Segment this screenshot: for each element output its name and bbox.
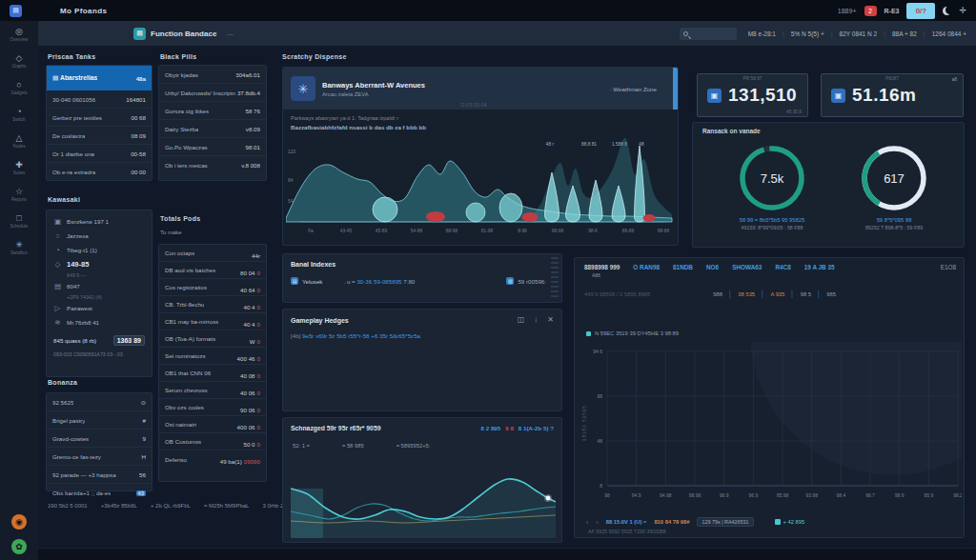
toolbar-control-4[interactable]: 1264 0844 + (932, 30, 966, 37)
row-value: 08 09 (132, 132, 146, 139)
next-page-button[interactable]: › (596, 519, 598, 526)
kawasaki-item[interactable]: ≋Mr.76zb8 41 (47, 315, 152, 330)
kawasaki-item[interactable]: ▷Pazawest (47, 301, 152, 315)
totals-pods-row[interactable]: Set nominatozs400 460 (159, 348, 266, 365)
stat-card-1[interactable]: PR 58 87 ▣ 131,510 45 35 8 (697, 73, 808, 117)
priscaa-row[interactable]: Gerbez pre textiles00 68 (47, 109, 152, 127)
index-icon[interactable]: ▤ (291, 277, 298, 285)
totals-pods-row[interactable]: CB1 may ba-mirross40 40 (159, 313, 266, 330)
svg-text:88-98: 88-98 (446, 229, 458, 233)
tab-function-bandace[interactable]: ▤ Function Bandace — (133, 28, 234, 40)
totals-pods-row[interactable]: Con octaps44r (159, 245, 266, 262)
sidebar-item-sandbox[interactable]: ✳Sandbox (0, 234, 38, 261)
black-pills-row[interactable]: Ob i ters meicasv.8 008 (159, 156, 266, 174)
sidebar-item-nodes[interactable]: △Nodes (0, 128, 38, 154)
sidebar-item-graphs[interactable]: ◇Graphs (0, 48, 38, 74)
kawasaki-item[interactable]: ◔Tibeg-t1 (1) (47, 243, 152, 257)
bonanza-row[interactable]: 92 5625⊙ (47, 393, 152, 411)
black-pills-row[interactable]: Urby/ Dakcrowds/ Inscriptn37.8db.4 (159, 84, 266, 102)
footer-link-1[interactable]: +3b45z 85b6L (101, 503, 137, 509)
add-icon[interactable]: ✛ (959, 6, 966, 15)
totals-pods-row[interactable]: Serum chevross40 060 (159, 382, 266, 399)
hero-zone-label[interactable]: · Weathman Zone (610, 86, 664, 92)
filter-chip-4[interactable]: 985 (826, 291, 836, 297)
extension-icon[interactable]: ✿ (11, 539, 27, 554)
bonanza-row[interactable]: Brigel pastry# (47, 411, 152, 430)
sidebar-item-gadgets[interactable]: ○Gadgets (0, 74, 38, 101)
browser-icon[interactable]: ◉ (11, 514, 27, 530)
menu-item-2[interactable]: 81NDB (673, 264, 693, 270)
totals-pods-row[interactable]: DB aod vis batches80 040 (159, 262, 266, 279)
sidebar-item-reports[interactable]: ☆Reports (0, 181, 38, 208)
wave-label-2: = 5895952+5: (396, 443, 431, 449)
bonanza-row[interactable]: Gravd-cowtes9 (47, 430, 152, 448)
totals-pods-row[interactable]: Ost naimairt400 060 (159, 416, 266, 433)
menu-item-0[interactable]: 8898998 999A88 (584, 264, 620, 278)
priscaa-row[interactable]: De coslaxtra08 09 (47, 127, 152, 145)
black-pills-row[interactable]: Go.Po Wpaczas98.01 (159, 138, 266, 156)
footer-link-3[interactable]: = M25h 5M9PbaL (204, 503, 250, 509)
totals-pods-row[interactable]: OB (Toa-A) formatsW0 (159, 330, 266, 348)
black-pills-row[interactable]: Gorsza ctg ibkes58 76 (159, 102, 266, 120)
menu-item-5[interactable]: R4C8 (775, 264, 790, 270)
toolbar-control-0[interactable]: M8 e-28:1 (748, 30, 776, 37)
toolbar-control-1[interactable]: 5% N 5(5) + (791, 30, 824, 37)
totals-pods-row[interactable]: Cos registzatios40 640 (159, 279, 266, 296)
bonanza-row[interactable]: 92 parade — +3 happsa56 (47, 466, 152, 484)
priscaa-row[interactable]: ▤ Abarstrelias48a (47, 66, 152, 90)
black-pills-row[interactable]: Obytr kjadas304a6.01 (159, 66, 266, 84)
bonanza-row[interactable]: Obs barzda+1 ;; da-es43 (47, 484, 152, 502)
sidebar-item-overview[interactable]: ◎Overview (0, 21, 38, 48)
cta-button[interactable]: 0/? (906, 3, 935, 19)
row-alert-value: 0 (257, 270, 260, 276)
totals-pods-row[interactable]: Defertso49 ba(1)09090 (159, 450, 266, 468)
gameplay-link[interactable]: 9e5r v69r 5z 5b5 r55*r-58 +6 35r 5&r65*5… (302, 332, 420, 339)
footer-link-2[interactable]: + 2b QL rb9FbL (151, 503, 191, 509)
filter-chip-0[interactable]: 988 (713, 291, 722, 297)
black-pills-row[interactable]: Dairy Stezbav8.09 (159, 120, 266, 138)
prev-page-button[interactable]: ‹ (586, 519, 588, 526)
filter-chip-2[interactable]: A 935 (770, 291, 784, 297)
kawasaki-item[interactable]: ○Jazzexa (47, 229, 152, 243)
kawasaki-highlight-row[interactable]: 845 quass (8 rb) 1363 89 (47, 333, 152, 348)
kawasaki-item[interactable]: ▤8047 (47, 279, 152, 293)
gauge-link[interactable]: 58 99 = 8b5*5b5 95 95825 (740, 217, 805, 223)
footer-links: 190 5b2 5 0001+3b45z 85b6L+ 2b QL rb9FbL… (48, 503, 285, 509)
priscaa-row[interactable]: 30-040 0601056164801 (47, 90, 152, 109)
menu-item-1[interactable]: O RAN98 (633, 264, 660, 270)
priscaa-row[interactable]: Or 1 diazbe ona00-58 (47, 145, 152, 163)
bonanza-row[interactable]: Gremo-ce fas-tezyH (47, 448, 152, 466)
totals-pods-row[interactable]: CB. Trbl-8echu40 40 (159, 296, 266, 313)
totals-pods-row[interactable]: Obv ozs codes90 060 (159, 399, 266, 416)
toolbar-control-2[interactable]: 82Y 0841 N 2 (840, 30, 878, 37)
totals-pods-row[interactable]: OB1 that CNN 0640 080 (159, 365, 266, 382)
priscaa-row[interactable]: Ob e-ra extradra00 00 (47, 163, 152, 181)
alert-badge[interactable]: 2 (864, 6, 877, 16)
kawasaki-item[interactable]: ▣Bsnzkerw 197 1 (47, 214, 152, 229)
menu-item-3[interactable]: NO6 (706, 264, 719, 270)
app-logo-icon[interactable]: ▤ (10, 5, 22, 17)
sidebar-item-schedule[interactable]: □Schedule (0, 208, 38, 234)
kawasaki-item[interactable]: ◇149-85 (47, 257, 152, 271)
gauge-link[interactable]: 59 8*5*095 88 (877, 217, 912, 223)
totals-pods-row[interactable]: OB Costumss50 00 (159, 433, 266, 450)
dark-mode-icon[interactable] (943, 7, 951, 15)
grid-icon[interactable]: ◫ (518, 315, 525, 324)
menu-item-last[interactable]: E1O8 (941, 264, 956, 270)
footer-blue-metric[interactable]: 88 15.0V 1 (U) = (606, 519, 647, 525)
scrollbar[interactable] (551, 257, 559, 299)
filter-chip-3[interactable]: 98 5 (801, 291, 811, 297)
index-icon-2[interactable]: ▥ (506, 277, 514, 285)
sidebar-item-switch[interactable]: ◔Switch (0, 101, 38, 128)
stat-card-2[interactable]: P8J87 ▣ 51.16m a8 (821, 73, 964, 117)
toolbar-control-3[interactable]: 88A + 82 (892, 30, 917, 37)
download-icon[interactable]: ↓ (534, 315, 538, 324)
menu-item-6[interactable]: 19 A JB 35 (804, 264, 835, 270)
index-link[interactable]: 30-36 59-085895 (356, 278, 401, 285)
close-icon[interactable]: ✕ (547, 315, 554, 324)
footer-link-0[interactable]: 190 5b2 5 0001 (48, 503, 88, 509)
menu-item-4[interactable]: SHOWA63 (732, 264, 762, 270)
filter-chip-1[interactable]: 38 535 (738, 291, 755, 297)
sidebar-item-suites[interactable]: ✚Suites (0, 154, 38, 181)
search-input[interactable] (680, 28, 737, 40)
